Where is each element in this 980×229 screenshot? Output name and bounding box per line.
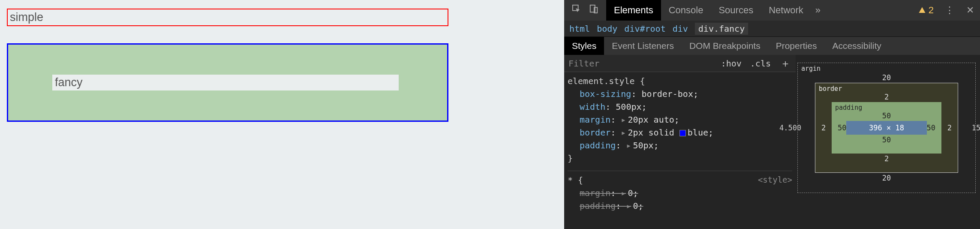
crumb-root[interactable]: div#root — [624, 24, 665, 34]
element-style-selector[interactable]: element.style { — [568, 75, 792, 87]
subtab-event-listeners[interactable]: Event Listeners — [604, 37, 682, 55]
cls-toggle[interactable]: .cls — [746, 58, 775, 69]
more-tabs-chevron[interactable]: » — [811, 5, 825, 16]
color-swatch-icon[interactable] — [679, 130, 686, 136]
rendered-page: simple fancy — [0, 0, 564, 229]
prop-padding[interactable]: padding: ▸50px; — [580, 139, 792, 152]
margin-label: argin — [801, 65, 821, 72]
crumb-div[interactable]: div — [673, 24, 688, 34]
padding-left-value: 50 — [838, 124, 846, 132]
prop-box-sizing[interactable]: box-sizing: border-box; — [580, 87, 792, 100]
rule2-source[interactable]: <style> — [758, 174, 792, 212]
crumb-selected[interactable]: div.fancy — [695, 23, 748, 35]
devtools-top-bar: Elements Console Sources Network » 2 ⋮ ✕ — [564, 0, 980, 21]
prop-ua-padding[interactable]: padding: ▸0; — [580, 199, 758, 212]
rule-body: box-sizing: border-box; width: 500px; ma… — [568, 87, 792, 152]
margin-bottom-value: 20 — [815, 174, 958, 182]
styles-pane: :hov .cls ＋ element.style { box-sizing: … — [564, 55, 796, 229]
crumb-html[interactable]: html — [569, 24, 590, 34]
tab-console[interactable]: Console — [661, 0, 711, 21]
warning-badge[interactable]: 2 — [913, 5, 939, 16]
rule-close-brace: } — [568, 152, 792, 165]
subtab-properties[interactable]: Properties — [768, 37, 825, 55]
tab-elements[interactable]: Elements — [606, 0, 661, 21]
box-model-content[interactable]: 396 × 18 — [846, 121, 927, 135]
prop-border[interactable]: border: ▸2px solid blue; — [580, 126, 792, 139]
padding-bottom-value: 50 — [846, 136, 927, 144]
new-style-rule-icon[interactable]: ＋ — [775, 57, 796, 70]
tab-sources[interactable]: Sources — [711, 0, 761, 21]
border-bottom-value: 2 — [832, 154, 941, 163]
box-model-margin[interactable]: argin 20 border 2 2 2 padding 50 50 50 — [797, 63, 976, 193]
border-right-value: 2 — [947, 124, 952, 132]
prop-ua-margin[interactable]: margin: ▸0; — [580, 187, 758, 199]
devtools-panel: Elements Console Sources Network » 2 ⋮ ✕… — [564, 0, 980, 229]
prop-margin[interactable]: margin: ▸20px auto; — [580, 113, 792, 126]
inspect-icon[interactable] — [572, 4, 581, 16]
margin-top-value: 20 — [815, 73, 958, 82]
subtab-dom-breakpoints[interactable]: DOM Breakpoints — [682, 37, 768, 55]
styles-filter-row: :hov .cls ＋ — [564, 55, 796, 72]
style-rules: element.style { box-sizing: border-box; … — [564, 72, 796, 215]
fancy-box-content: fancy — [52, 75, 399, 90]
close-icon[interactable]: ✕ — [960, 5, 980, 16]
subtab-accessibility[interactable]: Accessibility — [824, 37, 889, 55]
devtools-sub-tabs: Styles Event Listeners DOM Breakpoints P… — [564, 37, 980, 55]
simple-box-text: simple — [10, 11, 43, 24]
border-left-value: 2 — [821, 124, 826, 132]
simple-box: simple — [7, 9, 448, 26]
rule2-selector[interactable]: * { — [568, 174, 758, 187]
subtab-styles[interactable]: Styles — [564, 37, 604, 55]
box-model-border[interactable]: border 2 2 2 padding 50 50 50 396 × 18 — [815, 83, 958, 173]
box-model-pane: 4.500 154.5 argin 20 border 2 2 2 paddin… — [796, 55, 980, 229]
tab-network[interactable]: Network — [761, 0, 811, 21]
padding-top-value: 50 — [846, 111, 927, 120]
fancy-box: fancy — [7, 43, 448, 122]
content-dimensions: 396 × 18 — [869, 124, 904, 132]
kebab-menu-icon[interactable]: ⋮ — [939, 5, 960, 16]
prop-width[interactable]: width: 500px; — [580, 100, 792, 113]
crumb-body[interactable]: body — [597, 24, 617, 34]
styles-filter-input[interactable] — [564, 58, 717, 69]
border-label: border — [819, 85, 842, 93]
user-agent-rule: * { margin: ▸0; padding: ▸0; <style> — [568, 171, 792, 212]
padding-right-value: 50 — [927, 124, 935, 132]
devtools-main: :hov .cls ＋ element.style { box-sizing: … — [564, 55, 980, 229]
dom-breadcrumb: html body div#root div div.fancy — [564, 21, 980, 37]
device-icon[interactable] — [589, 4, 598, 16]
box-model-padding[interactable]: padding 50 50 50 396 × 18 50 — [832, 102, 941, 154]
fancy-box-text: fancy — [55, 76, 83, 89]
hov-toggle[interactable]: :hov — [717, 58, 746, 69]
padding-label: padding — [835, 104, 862, 111]
border-top-value: 2 — [832, 93, 941, 101]
